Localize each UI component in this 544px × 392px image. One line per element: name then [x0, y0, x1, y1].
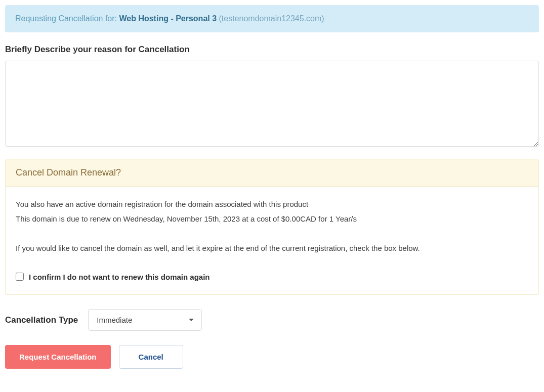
confirm-cancel-domain-row: I confirm I do not want to renew this do…: [16, 270, 528, 284]
cancellation-type-row: Cancellation Type Immediate: [5, 309, 539, 331]
banner-prefix: Requesting Cancellation for:: [15, 14, 119, 23]
domain-renewal-body: You also have an active domain registrat…: [6, 187, 538, 294]
banner-product-name: Web Hosting - Personal 3: [119, 14, 219, 23]
domain-renewal-line3: If you would like to cancel the domain a…: [16, 241, 528, 255]
cancellation-info-banner: Requesting Cancellation for: Web Hosting…: [5, 5, 539, 32]
banner-domain: (testenomdomain12345.com): [219, 14, 324, 23]
domain-renewal-panel: Cancel Domain Renewal? You also have an …: [5, 159, 539, 295]
domain-renewal-title: Cancel Domain Renewal?: [6, 159, 538, 187]
action-buttons: Request Cancellation Cancel: [5, 345, 539, 369]
cancellation-type-label: Cancellation Type: [5, 315, 78, 325]
request-cancellation-button[interactable]: Request Cancellation: [5, 345, 111, 369]
confirm-cancel-domain-checkbox[interactable]: [16, 273, 24, 281]
reason-label: Briefly Describe your reason for Cancell…: [5, 45, 539, 55]
confirm-cancel-domain-label[interactable]: I confirm I do not want to renew this do…: [29, 270, 210, 284]
cancellation-reason-textarea[interactable]: [5, 61, 539, 147]
domain-renewal-line1: You also have an active domain registrat…: [16, 197, 528, 211]
cancellation-type-select[interactable]: Immediate: [88, 309, 202, 331]
cancel-button[interactable]: Cancel: [119, 345, 183, 369]
domain-renewal-line2: This domain is due to renew on Wednesday…: [16, 211, 528, 226]
